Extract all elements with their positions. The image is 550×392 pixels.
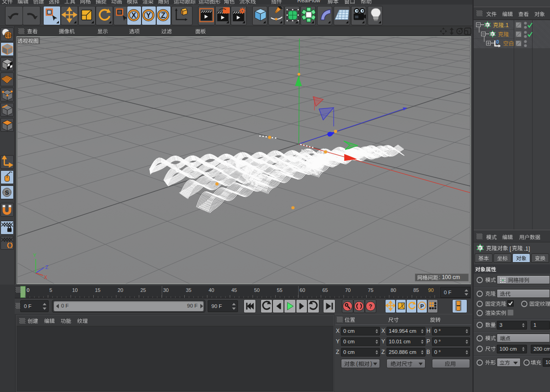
- svg-text:Z: Z: [45, 264, 49, 270]
- svg-text:?: ?: [369, 303, 372, 310]
- svg-text:X: X: [44, 274, 48, 280]
- svg-text:Z: Z: [161, 11, 165, 19]
- svg-text:S: S: [5, 189, 9, 196]
- svg-text:Y: Y: [146, 11, 151, 19]
- svg-text:Y: Y: [33, 252, 37, 258]
- svg-text:0: 0: [496, 39, 499, 45]
- svg-text:X: X: [131, 11, 136, 19]
- svg-text:P: P: [420, 303, 424, 309]
